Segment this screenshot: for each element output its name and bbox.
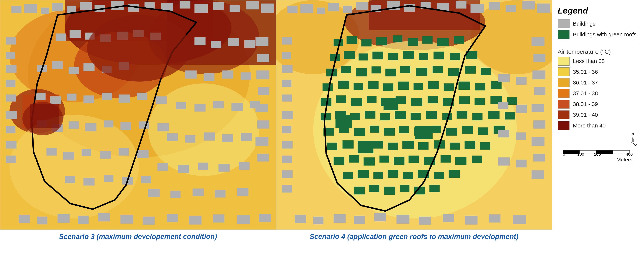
legend-label-green-roofs: Buildings with green roofs bbox=[573, 31, 636, 38]
svg-rect-51 bbox=[120, 215, 134, 224]
svg-rect-183 bbox=[513, 215, 526, 224]
svg-rect-225 bbox=[491, 81, 502, 89]
svg-rect-155 bbox=[282, 65, 292, 72]
svg-rect-181 bbox=[465, 216, 478, 224]
svg-rect-299 bbox=[336, 115, 352, 128]
scenario3-panel: Scenario 3 (maximum developement conditi… bbox=[0, 0, 276, 254]
svg-rect-110 bbox=[250, 101, 260, 108]
svg-rect-121 bbox=[148, 189, 160, 197]
legend-swatch-buildings bbox=[558, 19, 570, 28]
svg-rect-106 bbox=[176, 102, 186, 109]
svg-rect-195 bbox=[358, 54, 368, 60]
svg-rect-255 bbox=[370, 126, 379, 133]
svg-text:N: N bbox=[632, 132, 634, 136]
svg-rect-276 bbox=[349, 155, 359, 163]
svg-rect-27 bbox=[246, 1, 259, 10]
svg-rect-192 bbox=[454, 36, 464, 44]
north-arrow: N bbox=[627, 132, 638, 147]
svg-rect-215 bbox=[338, 80, 350, 89]
svg-rect-265 bbox=[342, 140, 354, 148]
scenario4-caption: Scenario 4 (application green roofs to m… bbox=[276, 230, 552, 242]
svg-rect-53 bbox=[167, 214, 178, 222]
svg-rect-213 bbox=[480, 68, 491, 75]
svg-rect-147 bbox=[456, 1, 466, 8]
svg-rect-164 bbox=[532, 37, 544, 46]
scenario4-map bbox=[276, 0, 552, 230]
svg-rect-310 bbox=[498, 158, 510, 166]
svg-rect-167 bbox=[534, 87, 546, 95]
svg-rect-33 bbox=[6, 94, 16, 102]
svg-rect-74 bbox=[83, 96, 94, 103]
svg-rect-205 bbox=[356, 68, 367, 76]
svg-rect-294 bbox=[369, 185, 379, 192]
legend-swatch-3839 bbox=[558, 100, 570, 108]
svg-rect-24 bbox=[194, 4, 208, 13]
svg-rect-160 bbox=[282, 141, 292, 148]
svg-rect-217 bbox=[368, 81, 378, 89]
svg-rect-162 bbox=[282, 170, 292, 178]
svg-rect-78 bbox=[156, 96, 167, 104]
svg-rect-41 bbox=[258, 87, 270, 95]
scale-unit-label: Meters bbox=[563, 157, 633, 163]
legend-swatch-3536 bbox=[558, 68, 570, 76]
svg-rect-38 bbox=[256, 37, 268, 46]
svg-rect-232 bbox=[411, 98, 422, 106]
legend-label-3940: 39.01 - 40 bbox=[573, 112, 598, 118]
svg-rect-87 bbox=[46, 148, 57, 156]
svg-rect-154 bbox=[282, 52, 291, 59]
svg-rect-66 bbox=[52, 61, 63, 69]
legend-swatch-3738 bbox=[558, 89, 570, 98]
svg-rect-76 bbox=[118, 94, 130, 103]
svg-rect-36 bbox=[6, 141, 16, 148]
svg-rect-13 bbox=[24, 4, 37, 13]
legend-air-temp-title: Air temperature (°C) bbox=[558, 48, 638, 55]
svg-rect-54 bbox=[189, 216, 202, 224]
svg-rect-211 bbox=[448, 68, 460, 76]
svg-rect-189 bbox=[408, 38, 418, 46]
svg-rect-218 bbox=[383, 83, 393, 91]
svg-rect-118 bbox=[198, 163, 208, 170]
svg-rect-14 bbox=[41, 8, 49, 14]
svg-rect-136 bbox=[287, 6, 298, 13]
svg-rect-55 bbox=[213, 214, 224, 222]
svg-rect-302 bbox=[358, 141, 373, 154]
svg-rect-248 bbox=[457, 111, 468, 118]
svg-rect-88 bbox=[63, 152, 74, 160]
svg-rect-262 bbox=[478, 128, 488, 135]
svg-rect-221 bbox=[428, 81, 439, 89]
svg-rect-47 bbox=[37, 216, 48, 224]
svg-rect-122 bbox=[170, 191, 181, 198]
svg-rect-199 bbox=[419, 53, 428, 60]
svg-rect-50 bbox=[98, 213, 110, 222]
svg-rect-269 bbox=[402, 141, 414, 149]
legend-item-3536: 35.01 - 36 bbox=[558, 68, 638, 76]
svg-rect-251 bbox=[505, 112, 515, 120]
svg-rect-288 bbox=[388, 170, 398, 178]
svg-rect-178 bbox=[396, 215, 410, 224]
legend-item-green-roofs: Buildings with green roofs bbox=[558, 30, 638, 39]
svg-rect-284 bbox=[472, 156, 482, 163]
svg-rect-90 bbox=[100, 151, 111, 159]
svg-rect-16 bbox=[67, 6, 76, 13]
svg-rect-57 bbox=[259, 214, 271, 222]
svg-rect-301 bbox=[415, 126, 432, 139]
svg-rect-100 bbox=[228, 38, 239, 46]
svg-rect-204 bbox=[341, 66, 351, 73]
svg-rect-59 bbox=[70, 30, 81, 38]
svg-rect-274 bbox=[480, 142, 490, 150]
svg-rect-72 bbox=[50, 96, 61, 104]
svg-rect-243 bbox=[380, 113, 390, 120]
svg-rect-166 bbox=[532, 70, 546, 79]
legend-swatch-gt40 bbox=[558, 121, 570, 130]
scenario4-map-svg bbox=[276, 0, 552, 230]
scale-bar: 0 100 200 400 Meters bbox=[558, 148, 638, 163]
svg-rect-23 bbox=[180, 1, 190, 8]
svg-line-317 bbox=[636, 144, 636, 146]
svg-rect-169 bbox=[534, 120, 546, 128]
svg-rect-32 bbox=[6, 80, 16, 87]
svg-rect-224 bbox=[475, 83, 485, 90]
svg-rect-186 bbox=[361, 39, 372, 46]
svg-rect-56 bbox=[237, 215, 250, 224]
svg-rect-125 bbox=[237, 188, 248, 196]
north-arrow-icon: N bbox=[627, 132, 638, 147]
